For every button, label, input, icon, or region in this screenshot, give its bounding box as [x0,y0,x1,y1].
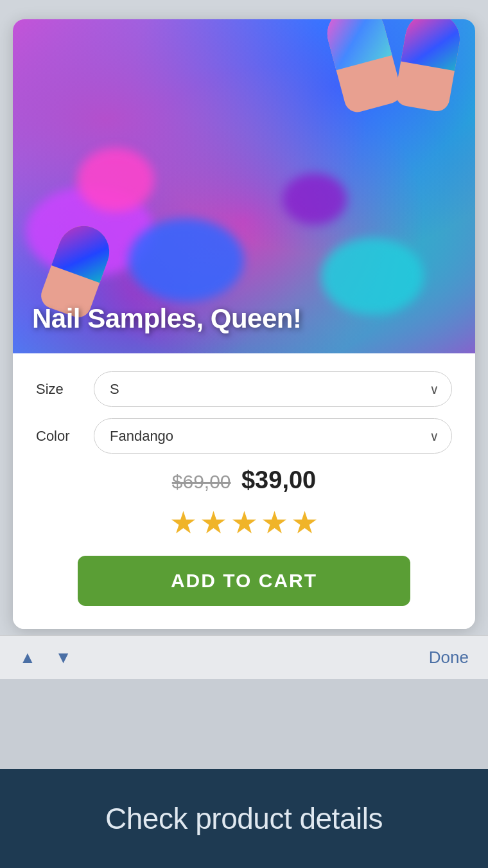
bottom-banner: Check product details [0,769,488,868]
page-wrapper: Nail Samples, Queen! Size S XS M L XL ∨ [0,0,488,868]
star-3: ★ [231,504,258,540]
finger-1 [322,19,404,115]
nav-down-arrow[interactable]: ▼ [55,648,72,668]
size-select[interactable]: S XS M L XL [94,371,452,407]
color-select-wrapper[interactable]: Fandango Azure Teal Magenta Cobalt ∨ [94,418,452,454]
size-label: Size [36,381,94,398]
product-title: Nail Samples, Queen! [32,303,301,334]
price-section: $69,00 $39,00 [36,466,452,494]
product-card: Nail Samples, Queen! Size S XS M L XL ∨ [13,19,475,629]
product-details: Size S XS M L XL ∨ Color Fan [13,353,475,629]
size-row: Size S XS M L XL ∨ [36,371,452,407]
star-1: ★ [170,504,197,540]
rating-section: ★ ★ ★ ★ ★ [36,504,452,540]
star-4: ★ [261,504,288,540]
color-label: Color [36,428,94,445]
star-2: ★ [200,504,227,540]
star-5: ★ [291,504,318,540]
current-price: $39,00 [241,466,316,493]
bottom-banner-text: Check product details [105,802,383,835]
gray-gap [0,679,488,769]
navigation-bar: ▲ ▼ Done [0,635,488,679]
nav-arrows-group: ▲ ▼ [19,648,71,668]
product-image-section: Nail Samples, Queen! [13,19,475,353]
add-to-cart-button[interactable]: ADD TO CART [78,556,410,606]
nav-up-arrow[interactable]: ▲ [19,648,36,668]
done-button[interactable]: Done [429,648,469,668]
size-select-wrapper[interactable]: S XS M L XL ∨ [94,371,452,407]
finger-2 [394,19,464,113]
color-row: Color Fandango Azure Teal Magenta Cobalt… [36,418,452,454]
original-price: $69,00 [172,471,231,492]
color-select[interactable]: Fandango Azure Teal Magenta Cobalt [94,418,452,454]
